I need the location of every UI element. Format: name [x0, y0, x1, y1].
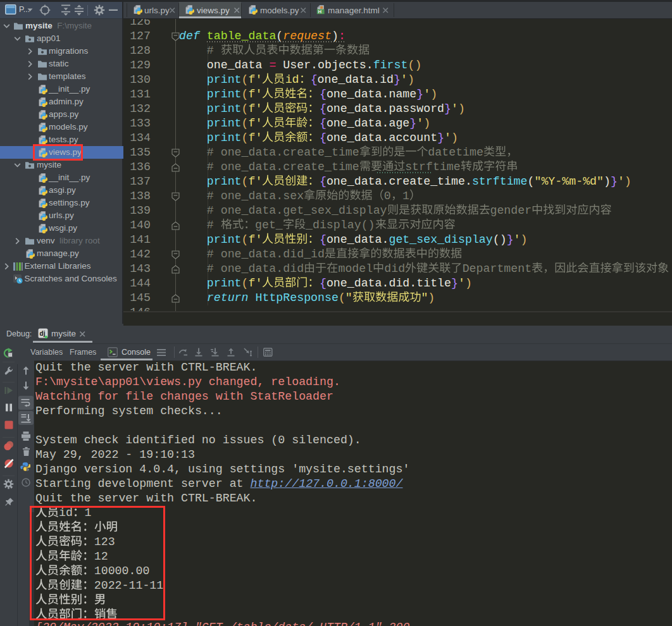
svg-text:H: H	[318, 9, 321, 15]
svg-text:dj: dj	[40, 330, 46, 337]
